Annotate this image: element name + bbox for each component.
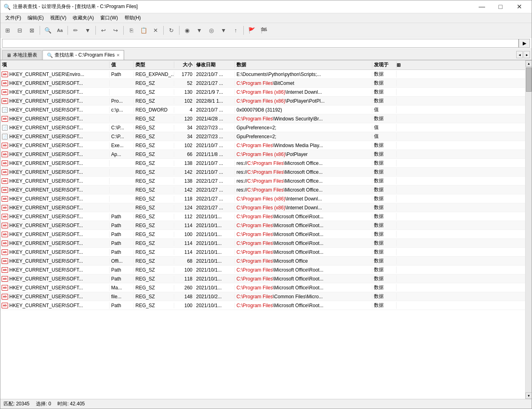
table-row[interactable]: abHKEY_CURRENT_USER\SOFT...REG_SZ1182022… — [0, 194, 525, 203]
table-row[interactable]: abHKEY_CURRENT_USER\SOFT...PathREG_SZ112… — [0, 212, 525, 221]
tab-nav-prev[interactable]: ◂ — [516, 51, 523, 58]
toolbar-btn-dropdown[interactable]: ▼ — [82, 25, 93, 36]
ab-icon: ab — [1, 293, 8, 300]
table-row[interactable]: abHKEY_CURRENT_USER\SOFT...REG_SZ1302022… — [0, 88, 525, 97]
toolbar-btn-search[interactable]: 🔍 — [42, 25, 53, 36]
cell-type: REG_DWORD — [134, 107, 174, 113]
table-row[interactable]: 📄HKEY_CURRENT_USER\SOFT...C:\P...REG_SZ3… — [0, 132, 525, 141]
cell-found: 数据 — [372, 231, 397, 238]
menu-edit[interactable]: 编辑(E) — [24, 14, 47, 22]
toolbar-btn-dropdown3[interactable]: ▼ — [218, 25, 229, 36]
toolbar-btn-dropdown2[interactable]: ▼ — [194, 25, 205, 36]
table-row[interactable]: abHKEY_CURRENT_USER\SOFT...Offi...REG_SZ… — [0, 257, 525, 266]
table-row[interactable]: abHKEY_CURRENT_USER\SOFT...Ma...REG_SZ26… — [0, 283, 525, 292]
col-header-date[interactable]: 修改日期 — [194, 61, 235, 68]
cell-type: REG_SZ — [134, 223, 174, 228]
toolbar-btn-refresh[interactable]: ↻ — [166, 25, 177, 36]
table-row[interactable]: abHKEY_CURRENT_USER\SOFT...REG_SZ1422022… — [0, 186, 525, 194]
cell-item: abHKEY_CURRENT_USER\SOFT... — [0, 240, 110, 247]
cell-type: REG_SZ — [134, 169, 174, 175]
tab-search-results[interactable]: 🔍 查找结果 - C:\Program Files ✕ — [42, 50, 124, 60]
toolbar-btn-forward[interactable]: ↪ — [110, 25, 121, 36]
table-row[interactable]: abHKEY_CURRENT_USER\SOFT...PathREG_SZ118… — [0, 274, 525, 283]
toolbar-btn-net1[interactable]: ◉ — [182, 25, 193, 36]
close-button[interactable]: ✕ — [510, 0, 528, 13]
ab-icon: ab — [1, 276, 8, 282]
tab-local-registry[interactable]: 🖥 本地注册表 — [2, 50, 42, 60]
col-header-data[interactable]: 数据 — [235, 61, 372, 68]
table-row[interactable]: abHKEY_CURRENT_USER\SOFT...REG_SZ1202021… — [0, 114, 525, 123]
table-row[interactable]: abHKEY_CURRENT_USER\SOFT...PathREG_SZ100… — [0, 266, 525, 274]
tab-nav-next[interactable]: ▸ — [524, 51, 530, 58]
cell-date: 2021/10/1... — [194, 232, 235, 237]
menu-window[interactable]: 窗口(W) — [97, 14, 121, 22]
toolbar-btn-net2[interactable]: ◎ — [206, 25, 217, 36]
col-header-type[interactable]: 类型 — [134, 61, 174, 68]
table-row[interactable]: abHKEY_CURRENT_USER\SOFT...REG_SZ1382021… — [0, 159, 525, 168]
cell-size: 52 — [174, 80, 194, 86]
menu-help[interactable]: 帮助(H) — [121, 14, 144, 22]
table-row[interactable]: abHKEY_CURRENT_USER\SOFT...REG_SZ522022/… — [0, 79, 525, 88]
table-row[interactable]: abHKEY_CURRENT_USER\SOFT...PathREG_SZ100… — [0, 301, 525, 310]
ab-icon: ab — [1, 151, 8, 158]
cell-value: Offi... — [110, 258, 134, 264]
toolbar-btn-delete[interactable]: ✕ — [150, 25, 161, 36]
table-row[interactable]: abHKEY_CURRENT_USER\SOFT...REG_SZ1242022… — [0, 203, 525, 212]
cell-data: C:\Program Files\Microsoft Office — [235, 258, 372, 264]
main-area: 项 值 类型 大小 修改日期 数据 发现于 ⊞ abHKEY_CURRENT_U… — [0, 60, 532, 399]
toolbar-btn-flag1[interactable]: 🚩 — [246, 25, 257, 36]
table-row[interactable]: abHKEY_CURRENT_USER\SOFT...PathREG_SZ114… — [0, 221, 525, 230]
toolbar-btn-up[interactable]: ↑ — [230, 25, 241, 36]
scroll-track[interactable] — [526, 67, 532, 392]
table-row[interactable]: abHKEY_CURRENT_USER\SOFT...REG_SZ1422021… — [0, 168, 525, 177]
table-row[interactable]: 📄HKEY_CURRENT_USER\SOFT...c:\p...REG_DWO… — [0, 105, 525, 114]
cell-item: abHKEY_CURRENT_USER\SOFT... — [0, 293, 110, 300]
toolbar-btn-aa[interactable]: Aa — [54, 25, 65, 36]
toolbar-btn-1[interactable]: ⊞ — [2, 25, 13, 36]
table-row[interactable]: 📄HKEY_CURRENT_USER\SOFT...C:\P...REG_SZ3… — [0, 123, 525, 132]
table-row[interactable]: abHKEY_CURRENT_USER\SOFT...PathREG_SZ100… — [0, 230, 525, 239]
table-row[interactable]: abHKEY_CURRENT_USER\Enviro...PathREG_EXP… — [0, 70, 525, 79]
ab-icon: ab — [1, 258, 8, 264]
scroll-down-button[interactable]: ▼ — [526, 392, 532, 399]
col-header-size[interactable]: 大小 — [174, 61, 194, 68]
vertical-scrollbar[interactable]: ▲ ▼ — [525, 60, 532, 399]
cell-found: 数据 — [372, 257, 397, 264]
toolbar-btn-flag2[interactable]: 🏁 — [258, 25, 269, 36]
table-row[interactable]: abHKEY_CURRENT_USER\SOFT...PathREG_SZ114… — [0, 248, 525, 257]
col-header-item[interactable]: 项 — [0, 61, 110, 68]
cell-found: 值 — [372, 124, 397, 131]
col-header-value[interactable]: 值 — [110, 61, 134, 68]
menu-favorites[interactable]: 收藏夹(A) — [70, 14, 97, 22]
table-row[interactable]: abHKEY_CURRENT_USER\SOFT...Ap...REG_SZ66… — [0, 150, 525, 159]
table-row[interactable]: abHKEY_CURRENT_USER\SOFT...Pro...REG_SZ1… — [0, 97, 525, 105]
ab-icon: ab — [1, 204, 8, 211]
scroll-thumb[interactable] — [526, 67, 532, 92]
ab-icon: ab — [1, 98, 8, 104]
table-row[interactable]: abHKEY_CURRENT_USER\SOFT...Exe...REG_SZ1… — [0, 141, 525, 150]
scroll-up-button[interactable]: ▲ — [526, 60, 532, 67]
page-icon: 📄 — [1, 124, 8, 131]
cell-date: 2022/1/9 7... — [194, 89, 235, 95]
table-row[interactable]: abHKEY_CURRENT_USER\SOFT...REG_SZ1382022… — [0, 177, 525, 186]
address-input[interactable] — [2, 39, 519, 48]
tab-close-button[interactable]: ✕ — [116, 53, 120, 57]
toolbar-btn-2[interactable]: ⊟ — [14, 25, 25, 36]
cell-item: abHKEY_CURRENT_USER\Enviro... — [0, 71, 110, 78]
menu-view[interactable]: 视图(V) — [47, 14, 70, 22]
cell-value: Path — [110, 72, 134, 77]
maximize-button[interactable]: □ — [491, 0, 510, 13]
table-row[interactable]: abHKEY_CURRENT_USER\SOFT...PathREG_SZ114… — [0, 239, 525, 248]
table-row[interactable]: abHKEY_CURRENT_USER\SOFT...file...REG_SZ… — [0, 292, 525, 301]
col-header-found[interactable]: 发现于 — [372, 61, 397, 68]
toolbar-btn-paste[interactable]: 📋 — [138, 25, 149, 36]
minimize-button[interactable]: — — [473, 0, 491, 13]
cell-data: res://C:\Program Files\Microsoft Office.… — [235, 160, 372, 166]
address-go-button[interactable]: ▶ — [519, 39, 530, 48]
toolbar-btn-back[interactable]: ↩ — [98, 25, 109, 36]
toolbar-btn-3[interactable]: ⊠ — [26, 25, 38, 36]
menu-file[interactable]: 文件(F) — [2, 14, 24, 22]
toolbar-btn-edit[interactable]: ✏ — [70, 25, 81, 36]
cell-type: REG_SZ — [134, 187, 174, 193]
toolbar-btn-copy[interactable]: ⎘ — [126, 25, 137, 36]
